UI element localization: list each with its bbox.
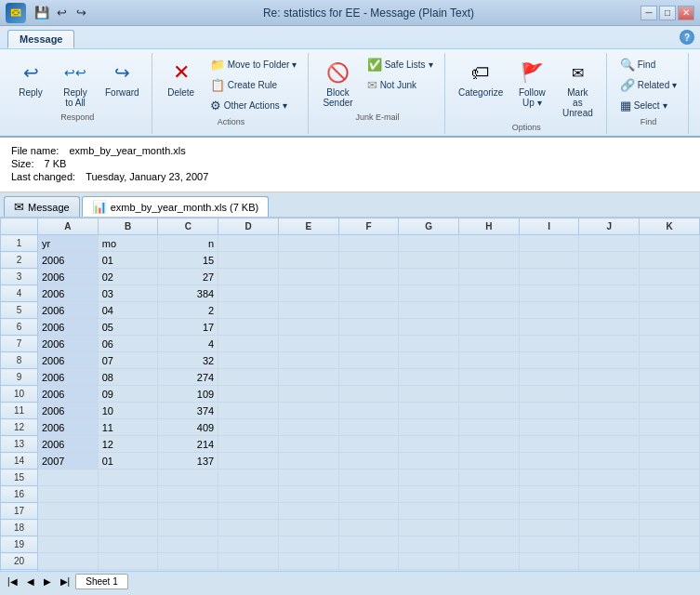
cell[interactable]: 08: [98, 369, 158, 386]
cell[interactable]: 2006: [38, 436, 99, 453]
cell[interactable]: [218, 369, 279, 386]
cell[interactable]: 12: [98, 436, 158, 453]
cell[interactable]: [38, 503, 99, 520]
related-button[interactable]: 🔗 Related ▾: [614, 75, 682, 95]
cell[interactable]: [579, 520, 640, 536]
cell[interactable]: [399, 369, 459, 386]
cell[interactable]: [338, 520, 399, 536]
cell[interactable]: [218, 269, 279, 285]
cell[interactable]: [519, 486, 579, 503]
block-sender-button[interactable]: 🚫 BlockSender: [316, 55, 359, 111]
cell[interactable]: [278, 269, 338, 285]
cell[interactable]: [218, 436, 279, 453]
cell[interactable]: [459, 369, 520, 386]
cell[interactable]: 4: [158, 336, 218, 352]
cell[interactable]: [218, 352, 279, 369]
help-button[interactable]: ?: [680, 30, 694, 45]
cell[interactable]: 01: [98, 453, 158, 469]
cell[interactable]: [218, 319, 279, 336]
cell[interactable]: [640, 520, 700, 536]
cell[interactable]: 2006: [38, 319, 99, 336]
other-actions-button[interactable]: ⚙ Other Actions ▾: [205, 96, 303, 115]
cell[interactable]: 2006: [38, 285, 99, 302]
cell[interactable]: 05: [98, 319, 158, 336]
cell[interactable]: [579, 252, 640, 269]
sheet-tab-1[interactable]: Sheet 1: [75, 574, 127, 589]
cell[interactable]: [278, 436, 338, 453]
cell[interactable]: [579, 419, 640, 436]
cell[interactable]: [579, 469, 640, 486]
cell[interactable]: [519, 319, 579, 336]
cell[interactable]: [640, 536, 700, 553]
cell[interactable]: [640, 302, 700, 319]
cell[interactable]: [399, 285, 459, 302]
cell[interactable]: [459, 453, 520, 469]
cell[interactable]: 2006: [38, 403, 99, 419]
cell[interactable]: [399, 302, 459, 319]
cell[interactable]: [98, 503, 158, 520]
cell[interactable]: [579, 269, 640, 285]
cell[interactable]: [278, 369, 338, 386]
cell[interactable]: [640, 285, 700, 302]
cell[interactable]: [399, 469, 459, 486]
cell[interactable]: [519, 369, 579, 386]
cell[interactable]: [338, 536, 399, 553]
cell[interactable]: [519, 336, 579, 352]
cell[interactable]: [278, 235, 338, 252]
cell[interactable]: [399, 436, 459, 453]
cell[interactable]: [459, 419, 520, 436]
cell[interactable]: [579, 352, 640, 369]
cell[interactable]: 2006: [38, 252, 99, 269]
cell[interactable]: [519, 553, 579, 570]
cell[interactable]: [640, 503, 700, 520]
forward-button[interactable]: ↪ Forward: [99, 55, 146, 100]
cell[interactable]: 32: [158, 352, 218, 369]
cell[interactable]: [338, 269, 399, 285]
cell[interactable]: 10: [98, 403, 158, 419]
cell[interactable]: 214: [158, 436, 218, 453]
cell[interactable]: [579, 436, 640, 453]
cell[interactable]: [158, 469, 218, 486]
move-to-folder-button[interactable]: 📁 Move to Folder ▾: [205, 55, 303, 74]
cell[interactable]: 07: [98, 352, 158, 369]
cell[interactable]: [640, 403, 700, 419]
cell[interactable]: [459, 252, 520, 269]
cell[interactable]: 137: [158, 453, 218, 469]
cell[interactable]: [278, 285, 338, 302]
cell[interactable]: [459, 352, 520, 369]
cell[interactable]: [278, 319, 338, 336]
reply-button[interactable]: ↩ Reply: [9, 55, 52, 100]
cell[interactable]: [399, 235, 459, 252]
cell[interactable]: 03: [98, 285, 158, 302]
cell[interactable]: [218, 453, 279, 469]
cell[interactable]: [38, 553, 99, 570]
cell[interactable]: 15: [158, 252, 218, 269]
delete-button[interactable]: ✕ Delete: [160, 55, 203, 100]
cell[interactable]: [38, 536, 99, 553]
cell[interactable]: [640, 469, 700, 486]
cell[interactable]: n: [158, 235, 218, 252]
cell[interactable]: [459, 553, 520, 570]
cell[interactable]: [640, 319, 700, 336]
cell[interactable]: [38, 469, 99, 486]
cell[interactable]: [519, 235, 579, 252]
find-button[interactable]: 🔍 Find: [614, 55, 682, 74]
sheet-nav-last[interactable]: ▶|: [57, 575, 74, 588]
cell[interactable]: [338, 436, 399, 453]
cell[interactable]: [338, 336, 399, 352]
cell[interactable]: [640, 269, 700, 285]
cell[interactable]: [459, 486, 520, 503]
cell[interactable]: [640, 436, 700, 453]
cell[interactable]: [519, 536, 579, 553]
cell[interactable]: [338, 285, 399, 302]
cell[interactable]: [640, 419, 700, 436]
cell[interactable]: [640, 252, 700, 269]
cell[interactable]: [98, 520, 158, 536]
cell[interactable]: [399, 352, 459, 369]
cell[interactable]: [579, 319, 640, 336]
cell[interactable]: [278, 352, 338, 369]
spreadsheet-tab[interactable]: 📊 exmb_by_year_month.xls (7 KB): [82, 196, 270, 217]
cell[interactable]: 274: [158, 369, 218, 386]
cell[interactable]: [278, 486, 338, 503]
cell[interactable]: [519, 302, 579, 319]
